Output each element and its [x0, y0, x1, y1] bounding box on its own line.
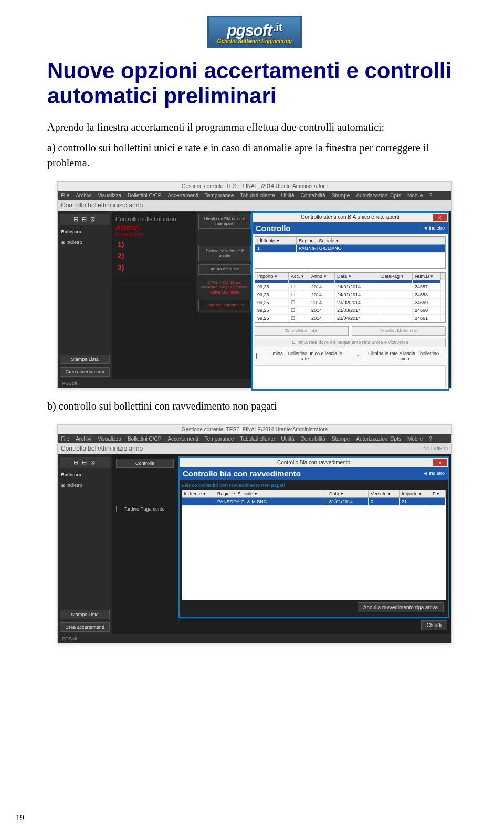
mid-btn-elenco[interactable]: Elenco bollettini dell' utente	[198, 246, 251, 261]
menu-item[interactable]: ?	[429, 436, 432, 442]
column-header[interactable]: Anno ▾	[309, 273, 335, 280]
menu-item[interactable]: File	[61, 436, 69, 442]
menu-item[interactable]: Contabilità	[301, 436, 326, 442]
checkbox-icon	[116, 506, 122, 512]
lower-grid[interactable]: Importo ▾Acc. ▾Anno ▾Data ▾DataPag ▾Num.…	[255, 272, 446, 323]
menu-item[interactable]: Temporanee	[205, 193, 234, 199]
page-number: 19	[16, 813, 24, 822]
menu-item[interactable]: Utilità	[281, 436, 295, 442]
table-row[interactable]: 1PAGNINI GIULIANO	[255, 245, 445, 253]
menu-item[interactable]: Archivi	[76, 436, 91, 442]
ravv-grid[interactable]: IdUtente ▾Ragione_Sociale ▾Data ▾Versato…	[182, 490, 446, 600]
table-row[interactable]: PANEDDA G. & M SNC31/01/2014021	[182, 498, 446, 506]
table-row[interactable]: 99,25☐201423/02/201424659	[255, 299, 445, 307]
column-header[interactable]: Acc. ▾	[289, 273, 309, 280]
logo-main: pgsoft	[227, 22, 272, 39]
point-b-paragraph: b) controllo sui bollettini con ravvedim…	[47, 399, 462, 414]
checkbox-elimina-unico[interactable]: Elimina il Bollettino unico e lascia le …	[255, 349, 347, 363]
dialog-indietro[interactable]: ◄ Indietro	[423, 471, 445, 476]
menu-item[interactable]: ?	[429, 193, 432, 199]
upper-grid[interactable]: IdUtente ▾Ragione_Sociale ▾1PAGNINI GIUL…	[255, 236, 446, 269]
salva-button[interactable]: Salva Modifiche	[255, 326, 349, 336]
dialog-header: Controllo bia con ravvedimento	[183, 469, 301, 478]
sidebar-crea-button[interactable]: Crea accertamenti	[60, 622, 110, 632]
sidebar: ⊞ ⊟ ⊠ Bollettini ◉ Indietro Stampa Lista…	[58, 454, 112, 634]
menu-item[interactable]: Visualizza	[98, 193, 121, 199]
column-header[interactable]: DataPag ▾	[379, 273, 413, 280]
menu-item[interactable]: Stampe	[332, 436, 350, 442]
sidebar-indietro[interactable]: ◉ Indietro	[60, 482, 110, 489]
intro-paragraph: Aprendo la finestra accertamenti il prog…	[47, 120, 462, 135]
column-header[interactable]: Importo ▾	[400, 490, 430, 497]
menu-item[interactable]: File	[61, 193, 69, 199]
window-title: Gestione corrente: TEST_FINALE\2014 Uten…	[58, 182, 452, 191]
menu-item[interactable]: Archivi	[76, 193, 91, 199]
menu-item[interactable]: Tabulati cliente	[240, 436, 275, 442]
menu-item[interactable]: Bollettini C/CP	[128, 193, 161, 199]
logo-tagline: Genetic Software Engineering	[217, 38, 292, 44]
menu-item[interactable]: Tabulati cliente	[240, 193, 275, 199]
column-header[interactable]: IdUtente ▾	[182, 490, 215, 497]
tool-strip-label: Controllo bollettini inizio anno	[61, 445, 143, 452]
chiudi-button[interactable]: Chiudi	[421, 620, 447, 630]
sidebar-icon-row: ⊞ ⊟ ⊠	[60, 457, 110, 468]
dialog-outer-title: Controllo utenti con BIA unico e rate ap…	[301, 214, 399, 220]
menu-item[interactable]: Mobile	[407, 193, 423, 199]
column-header[interactable]: Versato ▾	[369, 490, 400, 497]
menu-item[interactable]: Autorizzazioni Cpts	[356, 193, 401, 199]
annulla-ravvedimento-button[interactable]: Annulla ravvedimento riga attiva	[358, 602, 444, 612]
tool-strip-label: Controllo bollettini inizio anno	[61, 202, 143, 209]
screenshot-a: Gestione corrente: TEST_FINALE\2014 Uten…	[57, 181, 452, 388]
column-header[interactable]: Data ▾	[335, 273, 379, 280]
sidebar-crea-button[interactable]: Crea accertamenti	[60, 367, 110, 377]
mid-panel: Utenti con BIA unico e rate aperti Elenc…	[196, 211, 254, 313]
empty-box	[255, 365, 446, 387]
checkbox-elimina-rate[interactable]: ✓ Elimina le rate e lascia il bollettino…	[353, 349, 446, 363]
checkbox-icon: ✓	[355, 353, 361, 359]
table-row[interactable]: 99,25☐201424/01/201424657	[255, 283, 445, 291]
column-header[interactable]: Data ▾	[327, 490, 369, 497]
window-title: Gestione corrente: TEST_FINALE\2014 Uten…	[58, 425, 452, 434]
sidebar-section-label: Bollettini	[60, 228, 110, 235]
tool-strip: Controllo bollettini inizio anno	[58, 200, 452, 211]
sidebar-stampa-button[interactable]: Stampa Lista	[60, 355, 110, 364]
mid-btn-abilita[interactable]: Abilita manuale	[198, 264, 251, 275]
annulla-button[interactable]: Annulla Modifiche	[352, 326, 446, 336]
menu-item[interactable]: Stampe	[332, 193, 350, 199]
menu-item[interactable]: Visualizza	[98, 436, 121, 442]
mid-btn-utenti[interactable]: Utenti con BIA unico e rate aperti	[198, 214, 251, 229]
column-header[interactable]: F ▾	[430, 490, 446, 497]
close-icon[interactable]: ×	[433, 459, 447, 466]
column-header[interactable]: Ragione_Sociale ▾	[215, 490, 327, 497]
table-row[interactable]: 99,25☐201423/04/201424661	[255, 315, 445, 322]
sidebar-stampa-button[interactable]: Stampa Lista	[60, 610, 110, 619]
elimina-button[interactable]: Elimina rate dove c'è pagamento rata uni…	[255, 338, 446, 347]
close-icon[interactable]: ×	[433, 214, 447, 221]
menu-item[interactable]: Contabilità	[301, 193, 326, 199]
logo: pgsoft.it Genetic Software Engineering	[207, 16, 302, 48]
column-header[interactable]: Num.B ▾	[413, 273, 441, 280]
tool-strip: Controllo bollettini inizio anno << Indi…	[58, 443, 452, 454]
dialog-indietro[interactable]: ◄ Indietro	[423, 225, 445, 231]
menu-item[interactable]: Accertamenti	[167, 436, 198, 442]
column-header[interactable]: Ragione_Sociale ▾	[297, 237, 445, 244]
controlla-button[interactable]: Controlla	[116, 459, 174, 468]
mid-btn-auto[interactable]: Controllo automatico	[198, 300, 251, 310]
tardivo-checkbox[interactable]: Tardivo Pagamento	[116, 506, 174, 512]
logo-suffix: .it	[273, 22, 282, 34]
sidebar-indietro[interactable]: ◉ Indietro	[60, 238, 110, 246]
menubar: FileArchiviVisualizzaBollettini C/CPAcce…	[58, 191, 452, 200]
dialog-outer-title: Controllo Bia con ravvedimento	[277, 460, 350, 465]
column-header[interactable]: Importo ▾	[255, 273, 289, 280]
menu-item[interactable]: Autorizzazioni Cpts	[356, 436, 401, 442]
table-row[interactable]: 99,25☐201423/03/201424660	[255, 307, 445, 315]
menu-item[interactable]: Utilità	[281, 193, 295, 199]
point-a-paragraph: a) controllo sui bollettini unici e rate…	[47, 140, 462, 171]
menu-item[interactable]: Temporanee	[205, 436, 234, 442]
column-header[interactable]: IdUtente ▾	[255, 237, 297, 244]
table-row[interactable]: 99,25☐201424/01/201424658	[255, 291, 445, 299]
menu-item[interactable]: Accertamenti	[167, 193, 198, 199]
menu-item[interactable]: Bollettini C/CP	[128, 436, 161, 442]
indietro-link[interactable]: << Indietro	[423, 445, 448, 451]
menu-item[interactable]: Mobile	[407, 436, 423, 442]
